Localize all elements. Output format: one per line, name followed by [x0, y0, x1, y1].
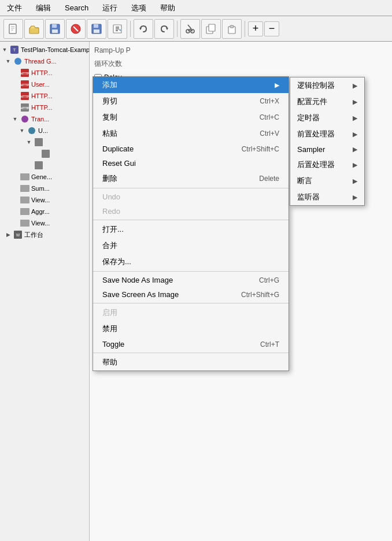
- toolbar-stop-btn[interactable]: [66, 19, 86, 39]
- tree-item-trans[interactable]: ▼ Tran...: [0, 113, 89, 125]
- menu-options[interactable]: 选项: [129, 2, 149, 14]
- icon-view2: [20, 218, 29, 228]
- toolbar-save-btn[interactable]: [45, 19, 65, 39]
- tree-item-sub1[interactable]: ▼: [0, 136, 89, 148]
- tree-label-gene: Gene...: [31, 173, 52, 180]
- tree-label-view1: View...: [31, 197, 50, 203]
- toolbar-edit-btn[interactable]: [108, 19, 127, 39]
- expand-workbench[interactable]: ▶: [5, 231, 12, 238]
- expand-user: [12, 81, 19, 88]
- menu-label-save-node-image: Save Node As Image: [102, 276, 173, 284]
- svg-point-39: [21, 116, 28, 123]
- submenu-item-post-processor[interactable]: 后置处理器 ▶: [290, 157, 364, 173]
- menu-label-add: 添加: [102, 80, 117, 90]
- icon-thread-group: [13, 57, 23, 66]
- menu-item-paste[interactable]: 粘贴 Ctrl+V: [93, 125, 289, 142]
- shortcut-copy: Ctrl+C: [260, 113, 279, 121]
- tree-item-sum[interactable]: Sum...: [0, 183, 89, 194]
- tree-item-view1[interactable]: View...: [0, 194, 89, 206]
- menu-item-save-as[interactable]: 保存为...: [93, 254, 289, 270]
- icon-sub1: [34, 138, 43, 147]
- svg-marker-18: [166, 28, 168, 30]
- menu-file[interactable]: 文件: [5, 2, 24, 14]
- menu-run[interactable]: 运行: [100, 2, 120, 14]
- tree-item-aggr[interactable]: Aggr...: [0, 206, 89, 217]
- tree-item-root[interactable]: ▼ T TestPlan-Tomcat-Examples: [0, 44, 89, 55]
- left-panel: ▼ T TestPlan-Tomcat-Examples ▼ Thread G.…: [0, 42, 90, 541]
- tree-item-http1[interactable]: HTTP HTTP...: [0, 67, 89, 79]
- toolbar-new-btn[interactable]: [3, 19, 23, 39]
- toolbar-copy-btn[interactable]: [201, 19, 221, 39]
- context-menu: 添加 ▶ 剪切 Ctrl+X 复制 Ctrl+C 粘贴 Ctrl+V Dupli…: [93, 76, 289, 371]
- menu-label-help: 帮助: [102, 357, 117, 368]
- svg-rect-41: [35, 138, 43, 146]
- arrow-assertion: ▶: [353, 177, 357, 185]
- menu-item-duplicate[interactable]: Duplicate Ctrl+Shift+C: [93, 142, 289, 156]
- submenu-item-sampler[interactable]: Sampler ▶: [290, 142, 364, 157]
- menu-item-disable[interactable]: 禁用: [93, 321, 289, 337]
- tree-item-sub3[interactable]: [0, 160, 89, 171]
- tree-item-thread[interactable]: ▼ Thread G...: [0, 55, 89, 67]
- menu-item-redo[interactable]: Redo: [93, 204, 289, 218]
- menu-help[interactable]: 帮助: [158, 2, 177, 14]
- toolbar-undo-btn[interactable]: [134, 19, 153, 39]
- tree-item-http3[interactable]: HTTP HTTP...: [0, 102, 89, 113]
- submenu-item-assertion[interactable]: 断言 ▶: [290, 173, 364, 189]
- toolbar-paste-btn[interactable]: [222, 19, 242, 39]
- toolbar-open-btn[interactable]: [24, 19, 44, 39]
- icon-sum: [20, 184, 29, 193]
- tree-item-http2[interactable]: HTTP HTTP...: [0, 90, 89, 102]
- menu-item-open[interactable]: 打开...: [93, 221, 289, 238]
- expand-aggr: [12, 208, 19, 215]
- icon-user: HTTP: [20, 80, 29, 89]
- expand-sub1[interactable]: ▼: [25, 139, 32, 146]
- menu-item-reset-gui[interactable]: Reset Gui: [93, 156, 289, 171]
- expand-http2: [12, 92, 19, 99]
- menu-item-undo[interactable]: Undo: [93, 190, 289, 204]
- expand-trans[interactable]: ▼: [12, 116, 19, 123]
- menu-item-cut[interactable]: 剪切 Ctrl+X: [93, 93, 289, 109]
- arrow-post-processor: ▶: [353, 161, 357, 169]
- menu-item-save-screen-image[interactable]: Save Screen As Image Ctrl+Shift+G: [93, 287, 289, 302]
- toolbar-save2-btn[interactable]: [87, 19, 106, 39]
- toolbar-redo-btn[interactable]: [154, 19, 174, 39]
- expand-thread[interactable]: ▼: [5, 58, 12, 65]
- icon-gene: [20, 172, 29, 181]
- arrow-add: ▶: [275, 81, 279, 89]
- menu-divider-2: [93, 220, 289, 220]
- toolbar-plus-btn[interactable]: +: [248, 21, 263, 36]
- expand-gene: [12, 173, 19, 180]
- icon-testplan: T: [10, 45, 19, 54]
- expand-root[interactable]: ▼: [1, 46, 8, 53]
- icon-http2: HTTP: [20, 91, 29, 101]
- menu-search[interactable]: Search: [62, 2, 91, 13]
- tree-item-user[interactable]: HTTP User...: [0, 79, 89, 90]
- menu-item-toggle[interactable]: Toggle Ctrl+T: [93, 337, 289, 351]
- tree-item-view2[interactable]: View...: [0, 217, 89, 229]
- tree-item-gene[interactable]: Gene...: [0, 171, 89, 183]
- menu-item-add[interactable]: 添加 ▶: [93, 77, 289, 93]
- menu-item-copy[interactable]: 复制 Ctrl+C: [93, 109, 289, 125]
- menu-item-save-node-image[interactable]: Save Node As Image Ctrl+G: [93, 273, 289, 287]
- menu-label-duplicate: Duplicate: [102, 144, 134, 153]
- submenu-item-listener[interactable]: 监听器 ▶: [290, 189, 364, 205]
- tree-item-sub2[interactable]: [0, 148, 89, 160]
- svg-marker-17: [139, 28, 142, 30]
- menu-item-help[interactable]: 帮助: [93, 354, 289, 370]
- menu-item-delete[interactable]: 删除 Delete: [93, 171, 289, 187]
- expand-u[interactable]: ▼: [19, 127, 25, 134]
- shortcut-cut: Ctrl+X: [260, 97, 279, 105]
- menu-edit[interactable]: 编辑: [34, 2, 53, 14]
- tree-item-u[interactable]: ▼ U...: [0, 125, 89, 136]
- menu-item-enable[interactable]: 启用: [93, 305, 289, 321]
- menu-item-merge[interactable]: 合并: [93, 238, 289, 254]
- submenu-item-pre-processor[interactable]: 前置处理器 ▶: [290, 126, 364, 142]
- submenu-item-logic-controller[interactable]: 逻辑控制器 ▶: [290, 77, 364, 94]
- toolbar-minus-btn[interactable]: −: [264, 21, 279, 36]
- submenu-item-config-element[interactable]: 配置元件 ▶: [290, 94, 364, 110]
- svg-rect-27: [230, 25, 234, 28]
- tree-item-workbench[interactable]: ▶ W 工作台: [0, 229, 89, 240]
- svg-rect-11: [94, 24, 98, 28]
- toolbar-cut-btn[interactable]: [180, 19, 200, 39]
- submenu-item-timer[interactable]: 定时器 ▶: [290, 110, 364, 126]
